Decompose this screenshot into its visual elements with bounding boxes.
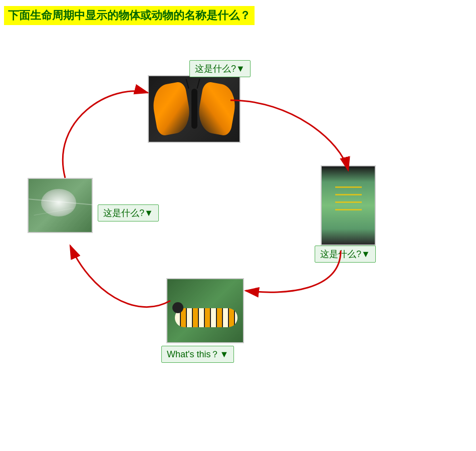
chrysalis-dropdown[interactable]: 这是什么?▼ bbox=[315, 246, 376, 263]
caterpillar-image bbox=[166, 278, 244, 343]
question-title: 下面生命周期中显示的物体或动物的名称是什么？ bbox=[4, 6, 255, 25]
chrysalis-image bbox=[321, 165, 376, 246]
caterpillar-dropdown[interactable]: What's this？▼ bbox=[161, 346, 234, 363]
butterfly-dropdown[interactable]: 这是什么?▼ bbox=[189, 60, 251, 77]
egg-image bbox=[28, 178, 93, 233]
butterfly-image bbox=[148, 75, 241, 143]
egg-dropdown[interactable]: 这是什么?▼ bbox=[98, 204, 159, 221]
